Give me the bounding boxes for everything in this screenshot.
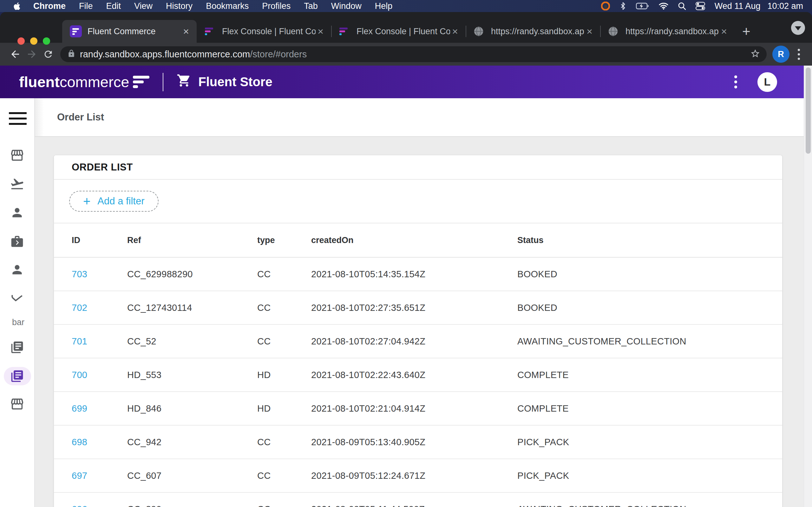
reload-button[interactable] (40, 46, 56, 62)
sidebar-item-storefront[interactable] (0, 148, 34, 163)
order-created-on: 2021-08-09T05:13:40.905Z (311, 437, 517, 447)
order-created-on: 2021-08-10T02:27:35.651Z (311, 302, 517, 313)
add-filter-button[interactable]: + Add a filter (69, 191, 159, 212)
table-header-row: ID Ref type createdOn Status (54, 223, 782, 258)
order-type: CC (257, 470, 311, 481)
scrollbar-thumb[interactable] (806, 67, 811, 154)
menu-view[interactable]: View (134, 1, 153, 11)
padlock-icon[interactable] (67, 49, 75, 59)
sidebar-item-business-center[interactable] (0, 234, 34, 248)
tab-title: https://randy.sandbox.app (491, 26, 585, 37)
bluetooth-icon[interactable] (619, 2, 626, 10)
sidebar-item-library-books[interactable] (0, 340, 34, 354)
content-area: ORDER LIST + Add a filter ID Ref type cr… (35, 137, 812, 507)
menu-profiles[interactable]: Profiles (262, 1, 291, 11)
apple-menu-icon[interactable] (13, 2, 20, 10)
tab-search-button[interactable] (791, 21, 805, 35)
window-zoom-button[interactable] (43, 38, 50, 45)
new-tab-button[interactable]: + (742, 23, 751, 40)
menu-help[interactable]: Help (375, 1, 393, 11)
table-row: 701 CC_52 CC 2021-08-10T02:27:04.942Z AW… (54, 325, 782, 358)
sidebar-item-customer[interactable] (0, 206, 34, 220)
sidebar-item-flight-land[interactable] (0, 176, 34, 191)
tab-title: Flex Console | Fluent Com (357, 26, 450, 37)
menu-chrome[interactable]: Chrome (33, 1, 66, 11)
column-header-id[interactable]: ID (72, 235, 127, 245)
table-body: 703 CC_629988290 CC 2021-08-10T05:14:35.… (54, 258, 782, 507)
workspace: bar Order List ORDER LIST + (0, 98, 812, 507)
order-id-link[interactable]: 702 (72, 302, 127, 313)
menu-file[interactable]: File (79, 1, 93, 11)
tab-flex-console-1[interactable]: Flex Console | Fluent Com × (197, 20, 331, 43)
sidebar-item-check-arrow[interactable] (0, 292, 34, 306)
sidebar: bar (0, 98, 35, 507)
table-row: 696 CC_890 CC 2021-08-09T05:11:44.500Z A… (54, 493, 782, 507)
table-row: 698 CC_942 CC 2021-08-09T05:13:40.905Z P… (54, 426, 782, 459)
hamburger-menu-icon[interactable] (9, 112, 27, 125)
store-switcher[interactable]: Fluent Store (177, 73, 272, 91)
order-type: CC (257, 336, 311, 347)
order-status: PICK_PACK (517, 470, 769, 481)
order-status: BOOKED (517, 269, 769, 279)
browser-toolbar: randy.sandbox.apps.fluentcommerce.com/st… (0, 43, 812, 66)
browser-profile-avatar[interactable]: R (772, 46, 790, 63)
order-id-link[interactable]: 696 (72, 504, 127, 507)
forward-button[interactable] (23, 46, 40, 62)
address-bar[interactable]: randy.sandbox.apps.fluentcommerce.com/st… (60, 46, 767, 62)
tab-close-icon[interactable]: × (450, 26, 460, 38)
order-id-link[interactable]: 699 (72, 403, 127, 414)
tab-close-icon[interactable]: × (585, 26, 595, 38)
tab-close-icon[interactable]: × (181, 26, 191, 38)
wifi-icon[interactable] (659, 2, 668, 10)
order-id-link[interactable]: 703 (72, 269, 127, 279)
order-type: HD (257, 370, 311, 380)
page-scrollbar[interactable] (804, 66, 812, 507)
plus-icon: + (83, 195, 90, 208)
back-button[interactable] (7, 46, 23, 62)
tab-fluent-commerce[interactable]: Fluent Commerce × (62, 20, 197, 43)
order-created-on: 2021-08-09T05:12:24.671Z (311, 470, 517, 481)
spotlight-search-icon[interactable] (678, 2, 686, 10)
table-row: 699 HD_846 HD 2021-08-10T02:21:04.914Z C… (54, 392, 782, 426)
order-status: AWAITING_CUSTOMER_COLLECTION (517, 504, 769, 507)
fluent-commerce-logo: fluentcommerce (19, 73, 149, 91)
bookmark-star-icon[interactable] (750, 49, 760, 60)
tab-close-icon[interactable]: × (316, 26, 325, 38)
column-header-type[interactable]: type (257, 235, 311, 245)
menu-bar-time: 10:02 am (767, 1, 803, 11)
window-close-button[interactable] (17, 38, 25, 45)
control-center-icon[interactable] (696, 2, 705, 10)
vpn-app-icon[interactable] (601, 2, 610, 10)
tab-sandbox-2[interactable]: https://randy.sandbox.app × (600, 20, 734, 43)
column-header-status[interactable]: Status (517, 235, 769, 245)
menu-edit[interactable]: Edit (106, 1, 121, 11)
order-ref: CC_127430114 (127, 302, 257, 313)
tab-sandbox-1[interactable]: https://randy.sandbox.app × (466, 20, 600, 43)
sidebar-item-agent[interactable] (0, 263, 34, 277)
menu-bar-date[interactable]: Wed 11 Aug (715, 1, 761, 11)
column-header-createdon[interactable]: createdOn (311, 235, 517, 245)
sidebar-item-store[interactable] (0, 397, 34, 411)
header-divider (163, 73, 163, 91)
order-id-link[interactable]: 701 (72, 336, 127, 347)
tab-close-icon[interactable]: × (719, 26, 729, 38)
user-avatar[interactable]: L (757, 72, 777, 92)
menu-bookmarks[interactable]: Bookmarks (206, 1, 249, 11)
order-type: CC (257, 302, 311, 313)
window-minimize-button[interactable] (30, 38, 38, 45)
sidebar-item-bar-label[interactable]: bar (12, 318, 24, 327)
order-id-link[interactable]: 700 (72, 370, 127, 380)
order-id-link[interactable]: 698 (72, 437, 127, 447)
menu-history[interactable]: History (166, 1, 193, 11)
menu-window[interactable]: Window (331, 1, 362, 11)
sidebar-item-orders-active[interactable] (0, 369, 34, 383)
header-menu-icon[interactable] (729, 75, 742, 89)
order-id-link[interactable]: 697 (72, 470, 127, 481)
tab-flex-console-2[interactable]: Flex Console | Fluent Com × (331, 20, 466, 43)
browser-window: Fluent Commerce × Flex Console | Fluent … (0, 12, 812, 507)
url-text[interactable]: randy.sandbox.apps.fluentcommerce.com/st… (80, 49, 750, 60)
column-header-ref[interactable]: Ref (127, 235, 257, 245)
battery-charging-icon[interactable] (636, 2, 649, 10)
browser-menu-icon[interactable] (793, 49, 805, 60)
menu-tab[interactable]: Tab (304, 1, 318, 11)
